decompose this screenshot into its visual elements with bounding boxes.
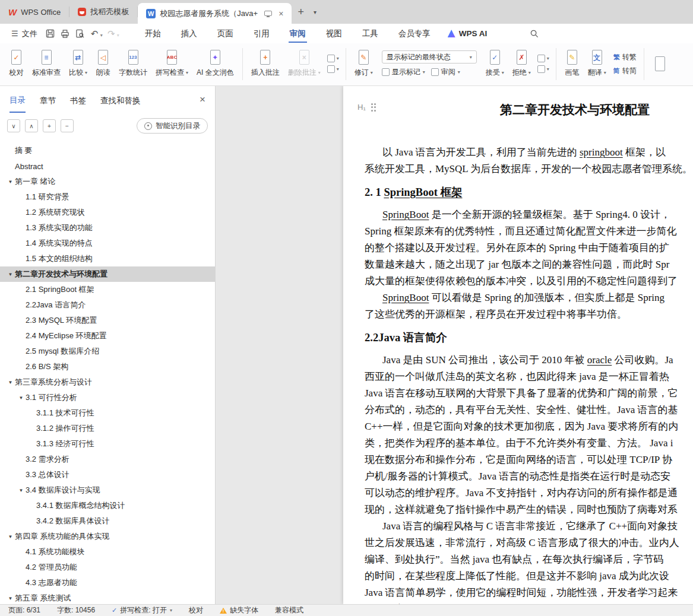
save-button[interactable] bbox=[43, 27, 58, 41]
file-menu-button[interactable]: ☰ 文件 bbox=[6, 28, 43, 39]
toc-collapse-all-button[interactable]: ∧ bbox=[25, 119, 38, 132]
toc-item[interactable]: ▼第五章 系统测试 bbox=[0, 590, 215, 604]
ribbon-tab-审阅[interactable]: 审阅 bbox=[280, 24, 316, 43]
toc-item[interactable]: 1.1 研究背景 bbox=[0, 189, 215, 205]
tab-document-active[interactable]: W 校园志愿者服务系统（Java+ × bbox=[138, 3, 292, 24]
ribbon-tab-引用[interactable]: 引用 bbox=[243, 24, 280, 43]
sidebar-tab-bookmarks[interactable]: 书签 bbox=[70, 87, 86, 112]
toc-item[interactable]: 2.1 SpringBoot 框架 bbox=[0, 282, 215, 297]
ribbon-read-aloud-button[interactable]: ◁朗读 bbox=[91, 47, 115, 80]
toc-expand-arrow-icon[interactable]: ▼ bbox=[17, 395, 26, 401]
revision-nav-prev-button[interactable]: ▾ bbox=[537, 55, 549, 62]
toc-item[interactable]: ▼第二章开发技术与环境配置 bbox=[0, 266, 215, 282]
missing-font-warning[interactable]: ! 缺失字体 bbox=[220, 605, 258, 615]
toc-item[interactable]: ▼第一章 绪论 bbox=[0, 174, 215, 189]
ribbon-insert-comment-button[interactable]: +插入批注 bbox=[247, 47, 284, 80]
page-indicator[interactable]: 页面: 6/31 bbox=[8, 605, 40, 615]
undo-dropdown-chevron-icon[interactable]: ▾ bbox=[100, 33, 103, 38]
toc-item[interactable]: 4.1 系统功能模块 bbox=[0, 544, 215, 560]
new-tab-button[interactable]: + bbox=[292, 0, 310, 24]
toc-item[interactable]: ▼第四章 系统功能的具体实现 bbox=[0, 529, 215, 544]
wps-ai-button[interactable]: WPS AI bbox=[448, 29, 488, 38]
sidebar-tab-contents[interactable]: 目录 bbox=[10, 87, 26, 113]
toc-item[interactable]: 2.4 MyEclipse 环境配置 bbox=[0, 328, 215, 344]
toc-item[interactable]: 1.5 本文的组织结构 bbox=[0, 251, 215, 266]
smart-toc-button[interactable]: 智能识别目录 bbox=[137, 118, 208, 134]
toc-item[interactable]: 4.3 志愿者功能 bbox=[0, 575, 215, 590]
ribbon-ink-pen-button[interactable]: ✎画笔 bbox=[561, 47, 584, 80]
toc-item[interactable]: 2.5 mysql 数据库介绍 bbox=[0, 344, 215, 359]
ribbon-tab-工具[interactable]: 工具 bbox=[352, 24, 388, 43]
ribbon-tab-会员专享[interactable]: 会员专享 bbox=[388, 24, 441, 43]
toc-item[interactable]: 3.1.1 技术可行性 bbox=[0, 405, 215, 421]
comment-nav-next-button[interactable]: ▾ bbox=[327, 65, 339, 73]
toc-expand-arrow-icon[interactable]: ▼ bbox=[6, 179, 15, 185]
ribbon-ai-polish-button[interactable]: ✦AI 全文润色 bbox=[192, 47, 238, 80]
toc-item[interactable]: 3.4.1 数据库概念结构设计 bbox=[0, 498, 215, 513]
toc-expand-arrow-icon[interactable]: ▼ bbox=[6, 596, 15, 601]
ribbon-compare-button[interactable]: ⇄比较▾ bbox=[65, 47, 91, 80]
toc-item[interactable]: 1.2 系统研究现状 bbox=[0, 205, 215, 220]
print-preview-button[interactable] bbox=[72, 27, 87, 41]
toc-item[interactable]: ▼3.1 可行性分析 bbox=[0, 390, 215, 405]
toc-item[interactable]: 1.3 系统实现的功能 bbox=[0, 220, 215, 236]
toc-item[interactable]: 2.3 MySQL 环境配置 bbox=[0, 313, 215, 328]
ribbon-reviewing-pane-button[interactable]: 审阅▾ bbox=[431, 67, 460, 77]
toc-item[interactable]: 3.1.2 操作可行性 bbox=[0, 421, 215, 436]
toc-expand-all-button[interactable]: ∨ bbox=[7, 119, 20, 132]
toc-item[interactable]: 摘 要 bbox=[0, 143, 215, 158]
markup-state-dropdown[interactable]: 显示标记的最终状态▾ bbox=[382, 50, 477, 63]
tab-docer-templates[interactable]: 找稻壳模板 bbox=[69, 0, 137, 24]
revision-nav-next-button[interactable]: ▾ bbox=[537, 65, 549, 73]
share-screen-icon[interactable] bbox=[264, 11, 272, 16]
sidebar-close-icon[interactable]: × bbox=[200, 94, 205, 106]
proofread-status[interactable]: 校对 bbox=[189, 605, 203, 615]
toc-expand-arrow-icon[interactable]: ▼ bbox=[17, 488, 26, 493]
toc-zoom-out-button[interactable]: − bbox=[61, 119, 74, 132]
toc-item[interactable]: 3.1.3 经济可行性 bbox=[0, 436, 215, 452]
ribbon-to-traditional-button[interactable]: 繁转繁 bbox=[613, 52, 637, 62]
toc-item[interactable]: 2.6 B/S 架构 bbox=[0, 359, 215, 374]
ribbon-proofread-button[interactable]: ✓校对 bbox=[5, 47, 28, 80]
comment-nav-prev-button[interactable]: ▾ bbox=[327, 55, 339, 62]
toc-item[interactable]: ▼3.4 数据库设计与实现 bbox=[0, 482, 215, 498]
ribbon-to-simplified-button[interactable]: 简转简 bbox=[613, 66, 637, 76]
search-button[interactable] bbox=[530, 29, 539, 38]
toc-item[interactable]: 3.4.2 数据库具体设计 bbox=[0, 513, 215, 529]
drag-handle-icon[interactable] bbox=[371, 103, 376, 112]
print-button[interactable] bbox=[58, 27, 72, 41]
ribbon-spell-check-button[interactable]: ABC拼写检查▾ bbox=[151, 47, 192, 80]
spell-check-status[interactable]: ✓ 拼写检查: 打开 ▾ bbox=[112, 605, 172, 615]
toc-expand-arrow-icon[interactable]: ▼ bbox=[6, 534, 15, 539]
sidebar-tab-find-replace[interactable]: 查找和替换 bbox=[100, 87, 141, 112]
toc-expand-arrow-icon[interactable]: ▼ bbox=[6, 272, 15, 277]
toc-item[interactable]: 2.2Java 语言简介 bbox=[0, 297, 215, 313]
toc-item[interactable]: 4.2 管理员功能 bbox=[0, 560, 215, 575]
word-count-indicator[interactable]: 字数: 10456 bbox=[57, 605, 95, 615]
ribbon-reject-revision-button[interactable]: ✗拒绝▾ bbox=[508, 47, 535, 80]
toc-zoom-in-button[interactable]: + bbox=[43, 119, 56, 132]
toc-item[interactable]: Abstract bbox=[0, 158, 215, 174]
tab-close-icon[interactable]: × bbox=[279, 9, 283, 18]
ribbon-track-changes-button[interactable]: ✎修订▾ bbox=[350, 47, 377, 80]
ribbon-show-markup-button[interactable]: 显示标记▾ bbox=[382, 67, 425, 77]
sidebar-tab-chapters[interactable]: 章节 bbox=[40, 87, 56, 112]
document-page[interactable]: H₁ 第二章开发技术与环境配置以 Java 语言为开发工具，利用了当前先进的 s… bbox=[343, 86, 693, 604]
ribbon-accept-revision-button[interactable]: ✓接受▾ bbox=[482, 47, 508, 80]
ribbon-clipped-button[interactable] bbox=[648, 54, 672, 74]
paragraph-handle[interactable]: H₁ bbox=[357, 103, 376, 112]
ribbon-translate-button[interactable]: 文翻译▾ bbox=[584, 47, 610, 80]
ribbon-word-count-button[interactable]: 123字数统计 bbox=[115, 47, 151, 80]
toc-item[interactable]: 1.4 系统实现的特点 bbox=[0, 236, 215, 251]
tab-wps-office[interactable]: W WPS Office bbox=[0, 0, 69, 24]
ribbon-tab-页面[interactable]: 页面 bbox=[207, 24, 243, 43]
tab-list-chevron-icon[interactable]: ▾ bbox=[310, 0, 320, 24]
toc-item[interactable]: 3.3 总体设计 bbox=[0, 467, 215, 482]
toc-item[interactable]: ▼第三章系统分析与设计 bbox=[0, 374, 215, 390]
ribbon-tab-插入[interactable]: 插入 bbox=[171, 24, 207, 43]
toc-item[interactable]: 3.2 需求分析 bbox=[0, 452, 215, 467]
ribbon-tab-视图[interactable]: 视图 bbox=[316, 24, 352, 43]
ribbon-tab-开始[interactable]: 开始 bbox=[135, 24, 171, 43]
document-canvas[interactable]: H₁ 第二章开发技术与环境配置以 Java 语言为开发工具，利用了当前先进的 s… bbox=[216, 86, 693, 604]
toc-expand-arrow-icon[interactable]: ▼ bbox=[6, 380, 15, 385]
